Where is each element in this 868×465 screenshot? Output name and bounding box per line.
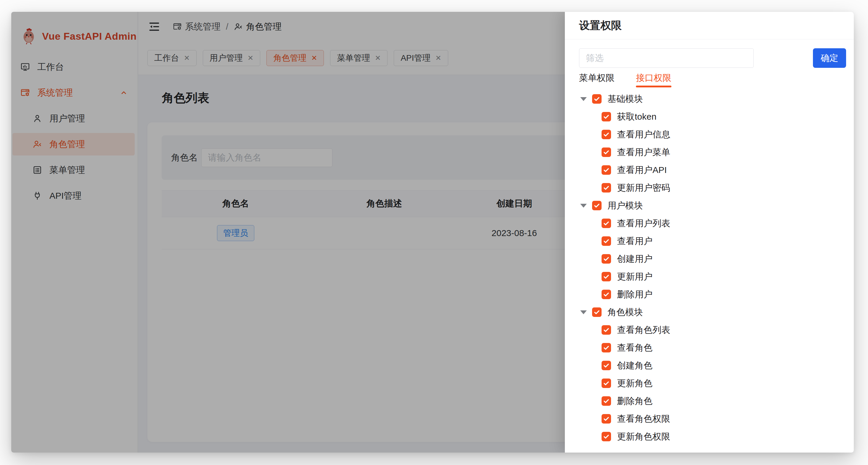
active-tab-underline	[636, 86, 672, 87]
caret-down-icon[interactable]	[579, 308, 588, 317]
checkbox-checked-icon[interactable]	[601, 236, 611, 246]
tree-item-label: 删除角色	[617, 395, 652, 407]
confirm-button[interactable]: 确定	[813, 48, 846, 68]
tree-item-label: 查看角色权限	[617, 413, 670, 425]
tree-item-label: 查看用户	[617, 235, 652, 247]
tree-item-label: 更新角色	[617, 377, 652, 389]
checkbox-checked-icon[interactable]	[601, 112, 611, 121]
drawer-body: 确定 菜单权限 接口权限 基础模块 获取tok	[565, 39, 854, 453]
checkbox-checked-icon[interactable]	[601, 165, 611, 175]
tree-row[interactable]: 删除用户	[579, 286, 846, 303]
filter-input[interactable]	[579, 48, 754, 68]
tree-item-label: 删除用户	[617, 289, 652, 301]
checkbox-checked-icon[interactable]	[601, 414, 611, 424]
tree-row[interactable]: 查看用户API	[579, 161, 846, 179]
drawer-header: 设置权限	[565, 12, 854, 39]
checkbox-checked-icon[interactable]	[601, 325, 611, 335]
tree-row[interactable]: 删除角色	[579, 392, 846, 410]
tree-item-label: 查看角色	[617, 342, 652, 354]
set-permissions-drawer: 设置权限 确定 菜单权限 接口权限 基础模块	[565, 12, 854, 453]
tree-item-label: 用户模块	[608, 200, 643, 212]
tree-item-label: 查看角色列表	[617, 324, 670, 336]
checkbox-checked-icon[interactable]	[601, 361, 611, 370]
tree-row[interactable]: 基础模块	[579, 90, 846, 108]
tree-row[interactable]: 更新用户	[579, 268, 846, 286]
filter-row: 确定	[579, 48, 846, 68]
tree-row[interactable]: 更新用户密码	[579, 179, 846, 197]
tree-row[interactable]: 查看角色	[579, 339, 846, 357]
checkbox-checked-icon[interactable]	[601, 219, 611, 228]
page-background: { "app": { "title": "Vue FastAPI Admin" …	[0, 0, 868, 465]
tree-item-label: 获取token	[617, 111, 656, 123]
tree-item-label: 更新用户密码	[617, 182, 670, 194]
tree-row[interactable]: 创建角色	[579, 357, 846, 374]
tab-label: 接口权限	[636, 73, 672, 83]
permission-tabs: 菜单权限 接口权限	[579, 72, 846, 87]
tab-label: 菜单权限	[579, 73, 615, 83]
checkbox-checked-icon[interactable]	[601, 272, 611, 281]
tab-api-permissions[interactable]: 接口权限	[636, 72, 672, 87]
caret-down-icon[interactable]	[579, 94, 588, 104]
tree-item-label: 角色模块	[608, 306, 643, 318]
checkbox-checked-icon[interactable]	[601, 183, 611, 193]
checkbox-checked-icon[interactable]	[601, 396, 611, 406]
checkbox-checked-icon[interactable]	[601, 130, 611, 139]
tree-item-label: 更新角色权限	[617, 431, 670, 443]
tree-item-label: 查看用户API	[617, 164, 667, 176]
tree-item-label: 基础模块	[608, 93, 643, 105]
checkbox-checked-icon[interactable]	[601, 147, 611, 157]
tree-row[interactable]: 查看角色列表	[579, 321, 846, 339]
tree-row[interactable]: 更新角色	[579, 374, 846, 392]
checkbox-checked-icon[interactable]	[601, 432, 611, 441]
tree-row[interactable]: 查看角色权限	[579, 410, 846, 428]
drawer-title: 设置权限	[579, 18, 622, 33]
permission-tree: 基础模块 获取token 查看用户信息 查看用户菜单 查看用户API	[579, 90, 846, 445]
checkbox-checked-icon[interactable]	[601, 290, 611, 299]
tree-item-label: 创建角色	[617, 359, 652, 372]
tree-item-label: 查看用户信息	[617, 128, 670, 141]
tree-row[interactable]: 查看用户信息	[579, 125, 846, 143]
tree-item-label: 创建用户	[617, 253, 652, 265]
caret-down-icon[interactable]	[579, 201, 588, 210]
checkbox-checked-icon[interactable]	[592, 308, 601, 317]
checkbox-checked-icon[interactable]	[592, 201, 601, 210]
tree-row[interactable]: 查看用户菜单	[579, 143, 846, 161]
tree-item-label: 查看用户列表	[617, 217, 670, 230]
tree-item-label: 更新用户	[617, 271, 652, 283]
checkbox-checked-icon[interactable]	[601, 254, 611, 264]
tree-row[interactable]: 角色模块	[579, 303, 846, 321]
checkbox-checked-icon[interactable]	[592, 94, 601, 104]
checkbox-checked-icon[interactable]	[601, 379, 611, 388]
tab-menu-permissions[interactable]: 菜单权限	[579, 72, 615, 87]
tree-row[interactable]: 更新角色权限	[579, 428, 846, 445]
tree-row[interactable]: 获取token	[579, 108, 846, 125]
tree-item-label: 查看用户菜单	[617, 146, 670, 158]
tree-row[interactable]: 创建用户	[579, 250, 846, 268]
tree-row[interactable]: 查看用户	[579, 232, 846, 250]
tree-row[interactable]: 查看用户列表	[579, 214, 846, 232]
tree-row[interactable]: 用户模块	[579, 197, 846, 214]
app-window: Vue FastAPI Admin 工作台 系统管理	[11, 12, 854, 453]
checkbox-checked-icon[interactable]	[601, 343, 611, 352]
